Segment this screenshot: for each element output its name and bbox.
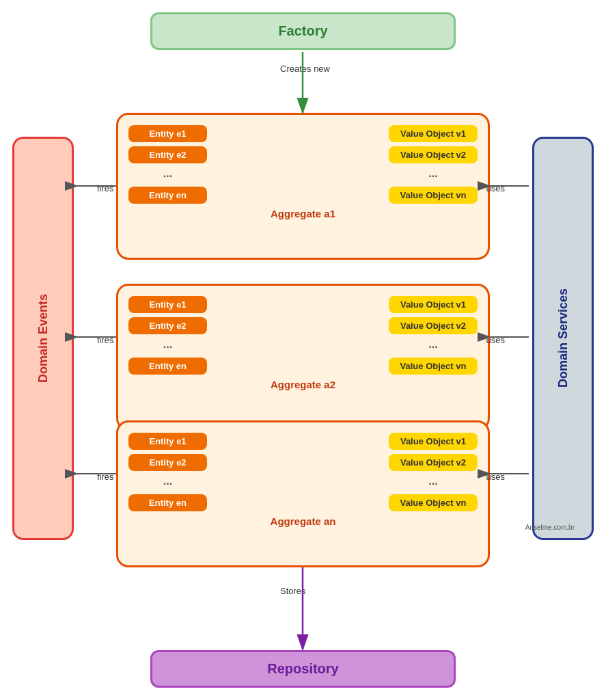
entity-a2-e2: Entity e2: [128, 317, 207, 334]
uses-label-1: uses: [486, 183, 505, 193]
aggregate-a1-label: Aggregate a1: [128, 208, 478, 219]
value-an-v1: Value Object v1: [389, 433, 478, 450]
entity-an-e2: Entity e2: [128, 454, 207, 471]
entity-a2-e1: Entity e1: [128, 296, 207, 313]
entity-a1-e1: Entity e1: [128, 125, 207, 142]
repository-box: Repository: [150, 650, 456, 688]
value-a1-v2: Value Object v2: [389, 146, 478, 163]
value-a2-v2: Value Object v2: [389, 317, 478, 334]
aggregate-a2-label: Aggregate a2: [128, 379, 478, 390]
value-a1-vn: Value Object vn: [389, 187, 478, 204]
fires-label-2: fires: [97, 335, 114, 345]
value-a1-v1: Value Object v1: [389, 125, 478, 142]
entity-a2-en: Entity en: [128, 358, 207, 375]
aggregate-a2-box: Entity e1 Value Object v1 Entity e2 Valu…: [116, 284, 490, 431]
entity-a1-e2: Entity e2: [128, 146, 207, 163]
value-a2-vn: Value Object vn: [389, 358, 478, 375]
credit-label: Anselme.com.br: [525, 524, 575, 531]
aggregate-an-box: Entity e1 Value Object v1 Entity e2 Valu…: [116, 420, 490, 567]
domain-events-label: Domain Events: [36, 294, 51, 383]
value-an-v2: Value Object v2: [389, 454, 478, 471]
fires-label-1: fires: [97, 183, 114, 193]
entity-an-e1: Entity e1: [128, 433, 207, 450]
stores-label: Stores: [280, 586, 306, 596]
domain-events-box: Domain Events: [12, 137, 74, 540]
value-a2-v1: Value Object v1: [389, 296, 478, 313]
factory-box: Factory: [150, 12, 456, 50]
entity-a1-en: Entity en: [128, 187, 207, 204]
uses-label-3: uses: [486, 472, 505, 482]
creates-new-label: Creates new: [280, 64, 330, 74]
aggregate-a1-box: Entity e1 Value Object v1 Entity e2 Valu…: [116, 113, 490, 260]
fires-label-3: fires: [97, 472, 114, 482]
factory-label: Factory: [278, 23, 327, 39]
repository-label: Repository: [267, 661, 338, 677]
entity-an-en: Entity en: [128, 494, 207, 511]
diagram-container: Factory Domain Events Domain Services An…: [0, 0, 606, 700]
domain-services-box: Domain Services Anselme.com.br: [532, 137, 594, 540]
aggregate-an-label: Aggregate an: [128, 515, 478, 527]
value-an-vn: Value Object vn: [389, 494, 478, 511]
domain-services-label: Domain Services: [556, 288, 570, 388]
uses-label-2: uses: [486, 335, 505, 345]
